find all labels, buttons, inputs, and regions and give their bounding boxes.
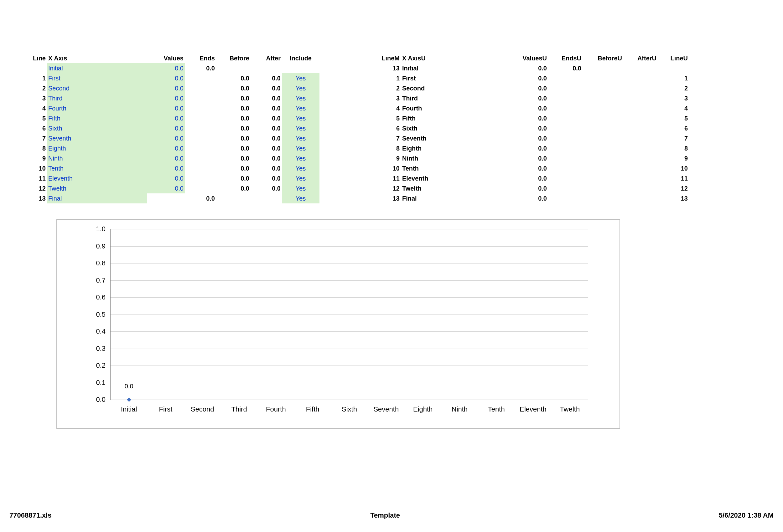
cell: Second — [401, 83, 507, 93]
cell: 11 — [370, 173, 401, 184]
left-table: Line X Axis Values Ends Before After Inc… — [25, 53, 319, 203]
chart-gridline — [111, 331, 588, 332]
col-header-beforeu: BeforeU — [583, 53, 623, 63]
cell: 0.0 — [251, 103, 282, 113]
cell: 0.0 — [507, 193, 548, 203]
cell — [548, 153, 583, 163]
cell: 0.0 — [216, 163, 251, 173]
cell: 0.0 — [251, 133, 282, 143]
table-row: 12Twelth0.00.00.0Yes — [25, 184, 319, 193]
cell — [583, 103, 623, 113]
table-row: 6Sixth0.06 — [370, 123, 689, 133]
cell: 0.0 — [251, 73, 282, 83]
cell: 0.0 — [216, 103, 251, 113]
col-header-xaxis: X Axis — [47, 53, 147, 63]
cell: Sixth — [401, 123, 507, 133]
cell: Fourth — [47, 103, 147, 113]
cell: 7 — [658, 133, 689, 143]
table-row: 13Final0.0Yes — [25, 193, 319, 203]
cell: 0.0 — [216, 113, 251, 123]
cell — [548, 143, 583, 153]
cell: First — [401, 73, 507, 83]
cell — [623, 83, 658, 93]
cell: 0.0 — [216, 173, 251, 184]
cell — [185, 153, 216, 163]
cell: 9 — [25, 153, 47, 163]
cell — [623, 193, 658, 203]
chart-gridline — [111, 263, 588, 264]
cell: 2 — [25, 83, 47, 93]
cell: 0.0 — [147, 113, 185, 123]
cell: 0.0 — [507, 133, 548, 143]
table-row: 11Eleventh0.00.00.0Yes — [25, 173, 319, 184]
cell: 7 — [25, 133, 47, 143]
table-row: 13Final0.013 — [370, 193, 689, 203]
cell: 0.0 — [147, 73, 185, 83]
table-row: 7Seventh0.00.00.0Yes — [25, 133, 319, 143]
cell — [583, 93, 623, 103]
chart-xtick-label: Second — [191, 405, 214, 413]
cell: 0.0 — [147, 133, 185, 143]
cell: 1 — [658, 73, 689, 83]
cell: 2 — [658, 83, 689, 93]
table-row: 11Eleventh0.011 — [370, 173, 689, 184]
cell: 2 — [370, 83, 401, 93]
chart-xtick-label: Tenth — [488, 405, 505, 413]
cell: 0.0 — [251, 83, 282, 93]
cell: 6 — [658, 123, 689, 133]
table-row: 13Initial0.00.0 — [370, 63, 689, 73]
cell: 10 — [370, 163, 401, 173]
cell: 0.0 — [507, 93, 548, 103]
cell: 0.0 — [507, 153, 548, 163]
cell: Yes — [282, 73, 319, 83]
cell — [623, 173, 658, 184]
chart-gridline — [111, 297, 588, 298]
cell: 3 — [370, 93, 401, 103]
chart-ytick-label: 0.8 — [96, 259, 105, 267]
table-row: 2Second0.00.00.0Yes — [25, 83, 319, 93]
tables-container: Line X Axis Values Ends Before After Inc… — [25, 53, 768, 203]
cell — [216, 63, 251, 73]
cell: 0.0 — [216, 143, 251, 153]
cell: 0.0 — [216, 133, 251, 143]
col-header-after: After — [251, 53, 282, 63]
cell: 0.0 — [507, 103, 548, 113]
cell: Yes — [282, 113, 319, 123]
cell — [623, 63, 658, 73]
chart-data-label: 0.0 — [125, 383, 133, 390]
cell — [185, 133, 216, 143]
cell — [548, 73, 583, 83]
cell — [623, 113, 658, 123]
right-table: LineM X AxisU ValuesU EndsU BeforeU Afte… — [370, 53, 689, 203]
cell: 6 — [25, 123, 47, 133]
cell — [548, 163, 583, 173]
chart-xtick-label: First — [159, 405, 173, 413]
cell: 8 — [658, 143, 689, 153]
right-table-header-row: LineM X AxisU ValuesU EndsU BeforeU Afte… — [370, 53, 689, 63]
chart-gridline — [111, 383, 588, 383]
cell: 0.0 — [147, 143, 185, 153]
cell — [623, 73, 658, 83]
cell: 3 — [25, 93, 47, 103]
cell: 0.0 — [507, 73, 548, 83]
cell: 0.0 — [507, 173, 548, 184]
cell — [548, 193, 583, 203]
cell: 5 — [658, 113, 689, 123]
table-row: 8Eighth0.00.00.0Yes — [25, 143, 319, 153]
cell: Third — [401, 93, 507, 103]
cell: 0.0 — [147, 103, 185, 113]
table-row: 10Tenth0.010 — [370, 163, 689, 173]
chart-ytick-label: 1.0 — [96, 225, 105, 233]
chart-xtick-label: Eleventh — [520, 405, 546, 413]
cell: 0.0 — [147, 63, 185, 73]
cell — [548, 184, 583, 193]
chart-xtick-label: Third — [231, 405, 247, 413]
cell — [251, 193, 282, 203]
cell — [548, 103, 583, 113]
cell — [583, 63, 623, 73]
cell — [147, 193, 185, 203]
cell: Seventh — [47, 133, 147, 143]
cell — [623, 163, 658, 173]
cell: 0.0 — [147, 184, 185, 193]
cell: Final — [47, 193, 147, 203]
